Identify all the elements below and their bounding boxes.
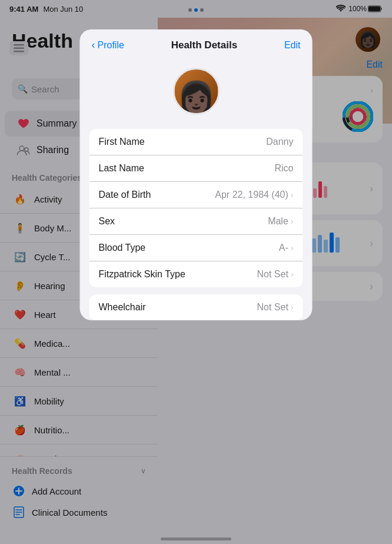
- wheelchair-value: Not Set ›: [257, 302, 293, 313]
- dob-field[interactable]: Date of Birth Apr 22, 1984 (40) ›: [89, 182, 303, 208]
- modal-title: Health Details: [171, 39, 237, 51]
- last-name-field[interactable]: Last Name Rico: [89, 155, 303, 182]
- first-name-value: Danny: [266, 137, 293, 147]
- last-name-value: Rico: [274, 163, 293, 174]
- modal-back-button[interactable]: ‹ Profile: [92, 39, 124, 51]
- modal-avatar[interactable]: 👩🏿: [172, 68, 220, 115]
- first-name-label: First Name: [99, 137, 145, 147]
- health-details-modal: ‹ Profile Health Details Edit 👩🏿 First N…: [80, 29, 313, 320]
- skin-type-field[interactable]: Fitzpatrick Skin Type Not Set ›: [89, 261, 303, 287]
- dob-value: Apr 22, 1984 (40) ›: [215, 190, 293, 200]
- wheelchair-chevron-icon: ›: [291, 303, 294, 312]
- wheelchair-label: Wheelchair: [99, 302, 146, 313]
- dob-label: Date of Birth: [99, 190, 151, 200]
- blood-type-field[interactable]: Blood Type A- ›: [89, 235, 303, 261]
- sex-field[interactable]: Sex Male ›: [89, 208, 303, 235]
- blood-type-value: A- ›: [279, 243, 294, 253]
- dob-chevron-icon: ›: [291, 190, 294, 200]
- modal-nav: ‹ Profile Health Details Edit: [80, 29, 313, 56]
- skin-type-label: Fitzpatrick Skin Type: [99, 269, 185, 280]
- modal-edit-button[interactable]: Edit: [284, 40, 301, 51]
- back-chevron-icon: ‹: [92, 39, 95, 51]
- skin-type-chevron-icon: ›: [291, 270, 294, 279]
- health-fields-group-2: Wheelchair Not Set ›: [89, 294, 303, 320]
- sex-value: Male ›: [268, 216, 293, 227]
- back-label: Profile: [98, 40, 124, 51]
- blood-type-chevron-icon: ›: [291, 243, 294, 253]
- modal-avatar-section: 👩🏿: [80, 56, 313, 129]
- last-name-label: Last Name: [99, 163, 144, 174]
- blood-type-label: Blood Type: [99, 243, 146, 253]
- sex-chevron-icon: ›: [291, 217, 294, 226]
- avatar-memoji: 👩🏿: [177, 79, 215, 115]
- modal-overlay[interactable]: ‹ Profile Health Details Edit 👩🏿 First N…: [0, 0, 392, 544]
- sex-label: Sex: [99, 216, 115, 227]
- first-name-field[interactable]: First Name Danny: [89, 129, 303, 155]
- wheelchair-field[interactable]: Wheelchair Not Set ›: [89, 294, 303, 320]
- skin-type-value: Not Set ›: [257, 269, 293, 280]
- health-fields-group-1: First Name Danny Last Name Rico Date of …: [89, 129, 303, 287]
